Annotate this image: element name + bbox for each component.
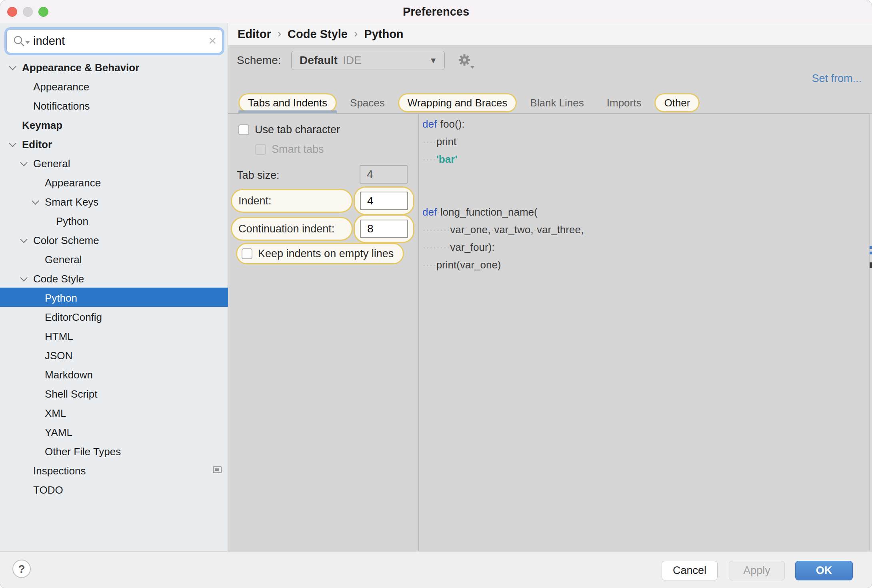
search-history-caret-icon[interactable]: [25, 41, 30, 44]
scheme-dropdown-value: Default: [300, 54, 338, 67]
tab-size-input[interactable]: [360, 165, 408, 184]
breadcrumb-item-editor[interactable]: Editor: [238, 28, 271, 41]
settings-search-field[interactable]: indent ×: [6, 29, 222, 53]
sidebar-item-notifications[interactable]: Notifications: [0, 96, 228, 115]
use-tab-character-label: Use tab character: [255, 124, 340, 136]
sidebar-item-smart-keys[interactable]: Smart Keys: [0, 192, 228, 211]
sidebar-item-appearance-behavior[interactable]: Appearance & Behavior: [0, 57, 228, 76]
breadcrumb-item-code-style[interactable]: Code Style: [288, 28, 348, 41]
stripe-mark[interactable]: [870, 252, 872, 254]
tab-other[interactable]: Other: [654, 93, 700, 112]
sidebar-item-label: Editor: [22, 138, 52, 150]
sidebar-item-label: JSON: [45, 350, 72, 362]
help-button[interactable]: ?: [12, 560, 31, 578]
smart-tabs-checkbox[interactable]: [255, 144, 266, 155]
sidebar-item-python[interactable]: Python: [0, 211, 228, 230]
breadcrumb-separator-icon: ›: [278, 27, 281, 42]
use-tab-character-row[interactable]: Use tab character: [238, 124, 340, 136]
tab-spaces[interactable]: Spaces: [340, 93, 394, 112]
sidebar-item-other-file-types[interactable]: Other File Types: [0, 441, 228, 460]
chevron-down-icon[interactable]: [20, 159, 27, 166]
apply-button[interactable]: Apply: [729, 561, 785, 580]
sidebar-item-label: Notifications: [33, 100, 90, 112]
chevron-down-icon[interactable]: [20, 274, 27, 281]
sidebar-item-label: Other File Types: [45, 446, 121, 458]
tabstrip-divider: [228, 113, 872, 114]
sidebar-item-python[interactable]: Python: [0, 288, 228, 307]
keep-indents-highlight[interactable]: Keep indents on empty lines: [236, 243, 404, 264]
code-line: ····print(var_one): [422, 256, 868, 274]
chevron-down-icon[interactable]: [9, 63, 16, 70]
code-style-tabs: Tabs and IndentsSpacesWrapping and Brace…: [238, 92, 700, 113]
form-preview-divider: [418, 114, 419, 551]
code-style-python-panel: Scheme: Default IDE ▼: [228, 45, 872, 551]
tab-wrapping-and-braces[interactable]: Wrapping and Braces: [398, 93, 517, 112]
indent-input[interactable]: [360, 192, 408, 210]
code-line: ····'bar': [422, 150, 868, 168]
code-line: def·foo():: [422, 115, 868, 133]
sidebar-item-html[interactable]: HTML: [0, 326, 228, 345]
scheme-label: Scheme:: [237, 54, 281, 67]
scheme-dropdown-suffix: IDE: [343, 54, 362, 67]
code-line: ········var_one,·var_two,·var_three,: [422, 221, 868, 238]
settings-tree: Appearance & BehaviorAppearanceNotificat…: [0, 57, 228, 499]
sidebar-item-general[interactable]: General: [0, 153, 228, 172]
gear-caret-icon: [470, 66, 474, 69]
sidebar-item-label: Smart Keys: [45, 196, 98, 208]
stripe-mark[interactable]: [870, 246, 872, 249]
preview-scroll-stripe[interactable]: [869, 114, 872, 551]
preferences-window: Preferences indent × Appearance & Behavi…: [0, 0, 872, 588]
indent-input-highlight: [354, 186, 414, 215]
search-input-value[interactable]: indent: [33, 34, 65, 48]
sidebar-item-inspections[interactable]: Inspections: [0, 460, 228, 480]
settings-sidebar: indent × Appearance & BehaviorAppearance…: [0, 23, 228, 551]
sidebar-item-label: General: [33, 158, 70, 170]
code-line: [422, 186, 868, 203]
chevron-down-icon[interactable]: [9, 140, 16, 147]
sidebar-item-shell-script[interactable]: Shell Script: [0, 384, 228, 403]
continuation-indent-input[interactable]: [360, 220, 408, 238]
sidebar-item-yaml[interactable]: YAML: [0, 422, 228, 441]
sidebar-item-code-style[interactable]: Code Style: [0, 268, 228, 288]
sidebar-item-editorconfig[interactable]: EditorConfig: [0, 307, 228, 326]
tab-imports[interactable]: Imports: [597, 93, 651, 112]
code-line: def·long_function_name(: [422, 203, 868, 221]
set-from-link[interactable]: Set from...: [812, 72, 862, 85]
sidebar-item-appearance[interactable]: Appearance: [0, 76, 228, 96]
ok-button[interactable]: OK: [795, 561, 853, 580]
code-line: ········var_four):: [422, 238, 868, 256]
clear-search-icon[interactable]: ×: [208, 33, 216, 48]
breadcrumb: Editor›Code Style›Python: [228, 23, 872, 45]
sidebar-item-label: Code Style: [33, 273, 84, 285]
sidebar-item-xml[interactable]: XML: [0, 403, 228, 422]
use-tab-character-checkbox[interactable]: [238, 124, 249, 135]
sidebar-item-label: Appearance & Behavior: [22, 62, 139, 74]
sidebar-item-todo[interactable]: TODO: [0, 480, 228, 499]
sidebar-item-appearance[interactable]: Appearance: [0, 172, 228, 192]
sidebar-item-label: EditorConfig: [45, 311, 102, 323]
indent-label-highlight: Indent:: [231, 189, 353, 213]
sidebar-item-label: Appearance: [45, 177, 101, 189]
sidebar-item-json[interactable]: JSON: [0, 345, 228, 364]
settings-main: Editor›Code Style›Python Scheme: Default…: [228, 23, 872, 551]
sidebar-item-markdown[interactable]: Markdown: [0, 364, 228, 384]
chevron-down-icon[interactable]: [20, 236, 27, 243]
stripe-mark[interactable]: [870, 262, 872, 268]
scheme-actions-gear-icon[interactable]: [458, 53, 471, 67]
search-icon: [13, 35, 25, 47]
tab-size-label: Tab size:: [237, 169, 280, 182]
cancel-button[interactable]: Cancel: [662, 561, 718, 580]
tab-blank-lines[interactable]: Blank Lines: [520, 93, 593, 112]
sidebar-item-color-scheme[interactable]: Color Scheme: [0, 230, 228, 249]
scheme-dropdown[interactable]: Default IDE ▼: [291, 51, 445, 70]
tab-tabs-and-indents[interactable]: Tabs and Indents: [238, 93, 337, 112]
sidebar-item-label: TODO: [33, 484, 63, 496]
chevron-down-icon[interactable]: [32, 197, 39, 204]
sidebar-item-keymap[interactable]: Keymap: [0, 115, 228, 134]
indent-label: Indent:: [232, 195, 272, 207]
sidebar-item-editor[interactable]: Editor: [0, 134, 228, 153]
keep-indents-checkbox[interactable]: [242, 248, 252, 259]
breadcrumb-item-python[interactable]: Python: [364, 28, 403, 41]
smart-tabs-row[interactable]: Smart tabs: [255, 143, 324, 156]
sidebar-item-general[interactable]: General: [0, 249, 228, 268]
